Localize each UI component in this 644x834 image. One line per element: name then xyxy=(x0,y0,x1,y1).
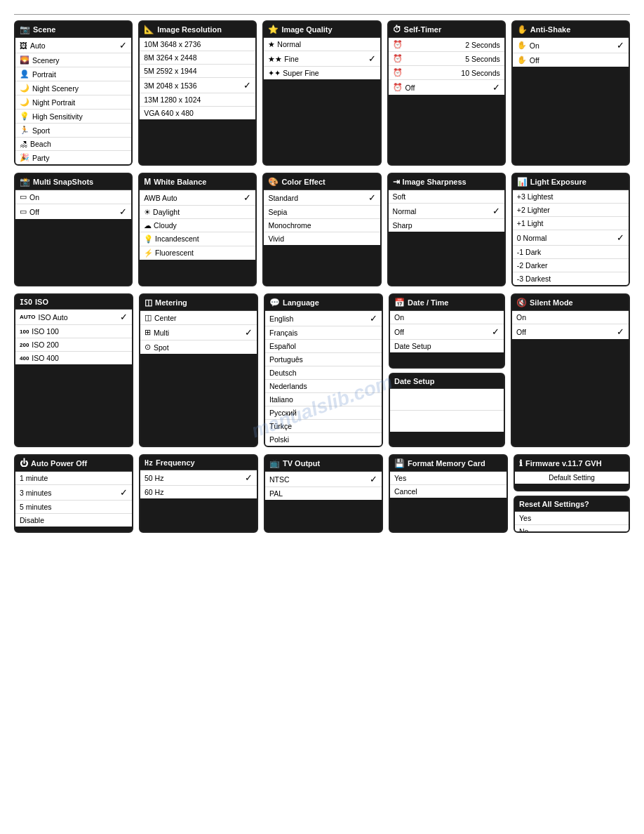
wb-fluorescent[interactable]: ⚡ Fluorescent xyxy=(140,246,255,260)
multi-on[interactable]: ▭On xyxy=(15,190,131,204)
exposure-0[interactable]: 0 Normal ✓ xyxy=(513,230,629,246)
color-standard[interactable]: Standard ✓ xyxy=(264,190,380,206)
lang-portugues[interactable]: Português xyxy=(265,353,382,366)
metering-box: ◫ Metering ◫Center ⊞Multi ✓ ⊙Spot xyxy=(139,293,258,447)
wb-auto-check: ✓ xyxy=(243,192,251,203)
lang-russian[interactable]: Русский xyxy=(265,406,382,420)
iso-100[interactable]: 100ISO 100 xyxy=(15,325,132,338)
party-icon: 🎉 xyxy=(20,153,29,162)
res-10m[interactable]: 10M 3648 x 2736 xyxy=(140,38,255,51)
color-sepia[interactable]: Sepia xyxy=(264,206,380,219)
exposure-m1[interactable]: -1 Dark xyxy=(513,246,629,259)
scene-sport[interactable]: 🏃Sport xyxy=(15,124,131,138)
date-setup-link[interactable]: Date Setup xyxy=(390,340,504,352)
lang-polski[interactable]: Polski xyxy=(265,433,382,446)
wb-incandescent[interactable]: 💡 Incandescent xyxy=(140,232,255,246)
scene-party[interactable]: 🎉Party xyxy=(15,151,131,164)
wb-cloudy[interactable]: ☁ Cloudy xyxy=(140,219,255,232)
res-5m[interactable]: 5M 2592 x 1944 xyxy=(140,65,255,78)
scene-night-scenery[interactable]: 🌙Night Scenery xyxy=(15,81,131,95)
light-exposure-box: 📊 Light Exposure +3 Lightest +2 Lighter … xyxy=(511,173,630,286)
iso-title: ISO ISO xyxy=(15,295,132,310)
antishake-off[interactable]: ✋Off xyxy=(513,53,629,67)
lang-turkce[interactable]: Türkçe xyxy=(265,420,382,433)
multi-off[interactable]: ▭Off ✓ xyxy=(15,204,131,219)
date-value[interactable]: 01/01/2015 xyxy=(390,389,504,411)
sharpness-normal[interactable]: Normal ✓ xyxy=(389,204,504,219)
firmware-box: ℹ Firmware v.11.7 GVH Default Setting xyxy=(514,454,630,491)
multi-on-icon: ▭ xyxy=(20,192,27,201)
exposure-m2[interactable]: -2 Darker xyxy=(513,259,629,272)
timer-2s[interactable]: ⏰2 Seconds xyxy=(389,38,504,52)
metering-center[interactable]: ◫Center xyxy=(140,311,257,325)
image-sharpness-box: ⇥ Image Sharpness Soft Normal ✓ Sharp xyxy=(387,173,506,286)
reset-no[interactable]: No xyxy=(515,525,629,533)
res-vga[interactable]: VGA 640 x 480 xyxy=(140,107,255,119)
scene-portrait[interactable]: 👤Portrait xyxy=(15,67,131,81)
color-standard-check: ✓ xyxy=(368,192,376,203)
lang-francais[interactable]: Français xyxy=(265,326,382,340)
quality-fine[interactable]: ★★ Fine ✓ xyxy=(264,51,380,67)
res-13m[interactable]: 13M 1280 x 1024 xyxy=(140,93,255,107)
sharpness-soft[interactable]: Soft xyxy=(389,190,504,204)
exposure-p2[interactable]: +2 Lighter xyxy=(513,204,629,217)
freq-60hz[interactable]: 60 Hz xyxy=(140,486,257,498)
exposure-p3[interactable]: +3 Lightest xyxy=(513,190,629,204)
power-disable[interactable]: Disable xyxy=(15,514,132,527)
wb-daylight[interactable]: ☀ Daylight xyxy=(140,206,255,219)
format-yes[interactable]: Yes xyxy=(390,472,507,485)
image-quality-box: ⭐ Image Quality ★ Normal ★★ Fine ✓ ✦✦ Su… xyxy=(262,20,381,166)
iso-100-icon: 100 xyxy=(20,329,29,335)
quality-normal[interactable]: ★ Normal xyxy=(264,38,380,51)
power-3min[interactable]: 3 minutes ✓ xyxy=(15,485,132,501)
exposure-m3[interactable]: -3 Darkest xyxy=(513,272,629,285)
lang-italiano[interactable]: Italiano xyxy=(265,393,382,406)
metering-spot[interactable]: ⊙Spot xyxy=(140,340,257,354)
lang-deutsch[interactable]: Deutsch xyxy=(265,366,382,380)
scene-scenery[interactable]: 🌄Scenery xyxy=(15,53,131,67)
power-1min[interactable]: 1 minute xyxy=(15,472,132,485)
lang-english[interactable]: English ✓ xyxy=(265,311,382,326)
freq-50hz[interactable]: 50 Hz ✓ xyxy=(140,470,257,486)
scene-high-sensitivity[interactable]: 💡High Sensitivity xyxy=(15,110,131,124)
silent-off[interactable]: Off ✓ xyxy=(512,324,629,339)
quality-super-fine[interactable]: ✦✦ Super Fine xyxy=(264,67,380,79)
scene-auto[interactable]: 🖼Auto ✓ xyxy=(15,38,131,53)
timer-5s[interactable]: ⏰5 Seconds xyxy=(389,52,504,66)
reset-yes[interactable]: Yes xyxy=(515,512,629,525)
time-value[interactable]: 01:00:00 AM xyxy=(390,411,504,432)
timer-off[interactable]: ⏰Off ✓ xyxy=(389,80,504,95)
color-vivid[interactable]: Vivid xyxy=(264,232,380,245)
antishake-on[interactable]: ✋On ✓ xyxy=(513,38,629,53)
default-setting[interactable]: Default Setting xyxy=(515,472,629,484)
format-title: 💾 Format Memory Card xyxy=(390,456,507,472)
lang-espanol[interactable]: Español xyxy=(265,340,382,353)
iso-200[interactable]: 200ISO 200 xyxy=(15,338,132,352)
silent-off-check: ✓ xyxy=(617,326,624,337)
scene-beach[interactable]: 🏖Beach xyxy=(15,138,131,151)
iso-auto[interactable]: AUTOISO Auto ✓ xyxy=(15,310,132,325)
res-3m[interactable]: 3M 2048 x 1536 ✓ xyxy=(140,78,255,93)
wb-auto[interactable]: AWB Auto ✓ xyxy=(140,190,255,206)
auto-icon: 🖼 xyxy=(20,41,27,50)
timer-10s[interactable]: ⏰10 Seconds xyxy=(389,66,504,80)
exposure-p1[interactable]: +1 Light xyxy=(513,217,629,230)
language-box: 💬 Language English ✓ Français Español Po… xyxy=(264,293,383,447)
iso-400[interactable]: 400ISO 400 xyxy=(15,352,132,364)
sharpness-sharp[interactable]: Sharp xyxy=(389,219,504,232)
multi-snapshots-box: 📸 Multi SnapShots ▭On ▭Off ✓ xyxy=(14,173,133,286)
scene-night-portrait[interactable]: 🌙Night Portrait xyxy=(15,95,131,110)
datetime-on[interactable]: On xyxy=(390,311,504,324)
tv-ntsc[interactable]: NTSC ✓ xyxy=(265,472,382,487)
power-5min[interactable]: 5 minutes xyxy=(15,501,132,514)
metering-multi[interactable]: ⊞Multi ✓ xyxy=(140,325,257,340)
format-cancel[interactable]: Cancel xyxy=(390,485,507,498)
reset-box: Reset All Settings? Yes No xyxy=(514,496,630,533)
tv-pal[interactable]: PAL xyxy=(265,487,382,500)
timer-off-check: ✓ xyxy=(492,82,500,93)
res-8m[interactable]: 8M 3264 x 2448 xyxy=(140,51,255,65)
color-monochrome[interactable]: Monochrome xyxy=(264,219,380,232)
silent-on[interactable]: On xyxy=(512,311,629,324)
datetime-off[interactable]: Off ✓ xyxy=(390,324,504,340)
lang-nederlands[interactable]: Nederlands xyxy=(265,380,382,393)
